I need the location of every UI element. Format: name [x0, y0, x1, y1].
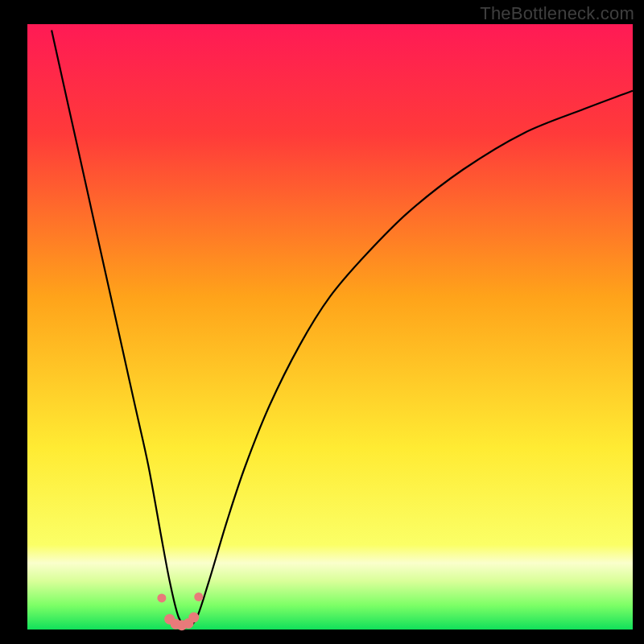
marker-dot: [188, 613, 199, 623]
chart-frame: TheBottleneck.com: [0, 0, 644, 644]
curve-svg: [27, 24, 633, 630]
bottleneck-curve: [52, 31, 633, 627]
highlight-markers: [157, 592, 203, 630]
plot-area: [27, 24, 633, 630]
watermark-text: TheBottleneck.com: [480, 3, 634, 24]
marker-dot: [194, 592, 203, 601]
marker-dot: [157, 593, 166, 602]
